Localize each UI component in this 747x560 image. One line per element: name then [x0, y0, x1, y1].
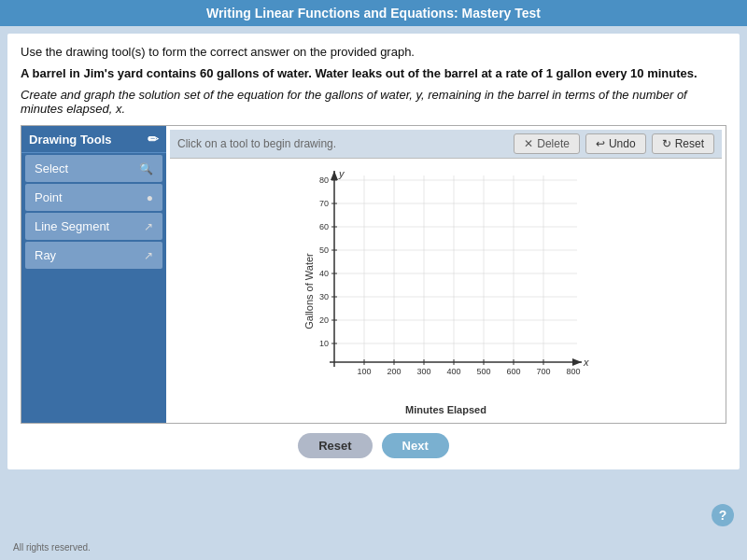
y-axis-label: Gallons of Water	[303, 253, 314, 329]
svg-marker-19	[572, 358, 582, 366]
sub-text: Create and graph the solution set of the…	[21, 88, 726, 116]
svg-text:100: 100	[357, 367, 371, 376]
toolbar-hint: Click on a tool to begin drawing.	[177, 137, 508, 150]
tool-line-segment-label: Line Segment	[35, 219, 109, 233]
svg-text:40: 40	[318, 269, 328, 278]
delete-label: Delete	[537, 137, 570, 150]
svg-text:20: 20	[318, 315, 328, 325]
svg-text:10: 10	[318, 339, 328, 348]
svg-text:80: 80	[318, 175, 328, 185]
tool-ray[interactable]: Ray ↗	[25, 242, 162, 269]
tools-header: Drawing Tools ✏	[21, 126, 166, 153]
ray-icon: ↗	[144, 249, 153, 262]
drawing-area: Drawing Tools ✏ Select 🔍 Point ● Line Se…	[21, 125, 726, 424]
point-icon: ●	[147, 191, 153, 204]
rights-text: All rights reserved.	[13, 542, 91, 553]
tool-select[interactable]: Select 🔍	[25, 155, 162, 182]
tool-ray-label: Ray	[35, 248, 56, 262]
graph-toolbar: Click on a tool to begin drawing. ✕ Dele…	[170, 130, 722, 159]
svg-text:800: 800	[566, 367, 580, 376]
tool-select-label: Select	[35, 161, 68, 175]
title-bar: Writing Linear Functions and Equations: …	[0, 0, 747, 26]
svg-text:500: 500	[476, 367, 490, 376]
delete-x-icon: ✕	[524, 137, 533, 150]
help-button[interactable]: ?	[712, 504, 734, 526]
svg-text:x: x	[583, 357, 589, 368]
instruction-text: Use the drawing tool(s) to form the corr…	[21, 45, 726, 59]
line-segment-icon: ↗	[144, 220, 153, 233]
tool-point-label: Point	[35, 190, 63, 204]
svg-text:30: 30	[318, 292, 328, 301]
bottom-buttons: Reset Next	[21, 433, 726, 458]
svg-text:50: 50	[318, 245, 328, 255]
svg-text:70: 70	[318, 199, 328, 208]
tools-panel: Drawing Tools ✏ Select 🔍 Point ● Line Se…	[21, 126, 166, 423]
x-axis-label: Minutes Elapsed	[297, 404, 596, 415]
tools-header-label: Drawing Tools	[29, 133, 112, 147]
svg-text:60: 60	[318, 222, 328, 231]
undo-button[interactable]: ↩ Undo	[585, 133, 646, 154]
graph-container: Gallons of Water	[170, 159, 722, 419]
undo-icon: ↩	[596, 137, 605, 150]
delete-button[interactable]: ✕ Delete	[514, 133, 580, 154]
svg-text:300: 300	[416, 367, 430, 376]
tool-point[interactable]: Point ●	[25, 184, 162, 211]
problem-text: A barrel in Jim's yard contains 60 gallo…	[21, 66, 726, 80]
next-button[interactable]: Next	[382, 433, 449, 458]
svg-text:y: y	[338, 168, 345, 179]
main-content: Use the drawing tool(s) to form the corr…	[7, 34, 740, 469]
svg-text:200: 200	[387, 367, 401, 376]
svg-text:700: 700	[536, 367, 550, 376]
reset-bottom-button[interactable]: Reset	[298, 433, 372, 458]
tool-line-segment[interactable]: Line Segment ↗	[25, 213, 162, 240]
svg-marker-17	[331, 171, 338, 180]
reset-icon: ↻	[662, 137, 671, 150]
graph-svg-wrapper: Gallons of Water	[297, 166, 596, 415]
undo-label: Undo	[609, 137, 636, 150]
page-title: Writing Linear Functions and Equations: …	[206, 6, 541, 21]
select-icon: 🔍	[139, 162, 153, 175]
graph-svg[interactable]: 10 20 30 40 50 60 70 80 100 200 300 400 …	[297, 166, 596, 399]
graph-panel: Click on a tool to begin drawing. ✕ Dele…	[166, 126, 726, 423]
reset-toolbar-button[interactable]: ↻ Reset	[652, 133, 714, 154]
pencil-icon: ✏	[148, 132, 159, 147]
svg-text:400: 400	[446, 367, 460, 376]
svg-text:600: 600	[506, 367, 520, 376]
reset-label: Reset	[675, 137, 704, 150]
